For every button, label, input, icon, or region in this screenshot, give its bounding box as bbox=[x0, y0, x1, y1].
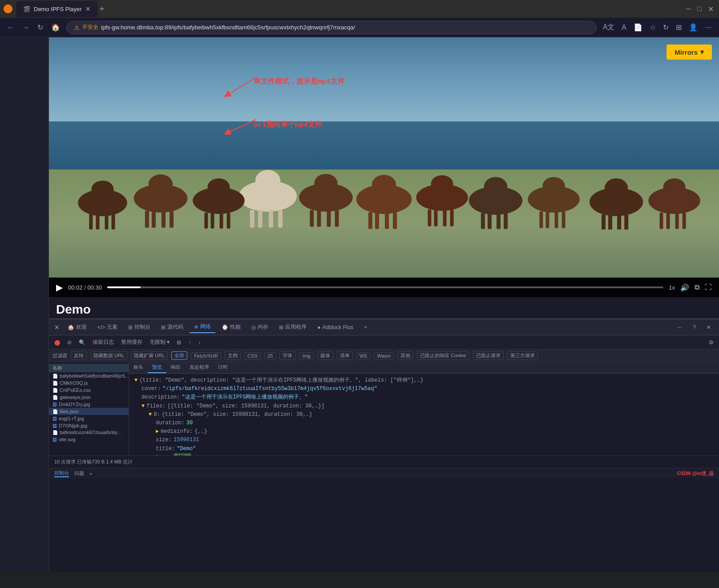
pip-icon[interactable]: ⧉ bbox=[695, 283, 699, 291]
filter-wasm[interactable]: Wasm bbox=[374, 352, 394, 359]
devtools-tab-sources[interactable]: ⊞ 源代码 bbox=[157, 322, 188, 333]
file-item[interactable]: 🖼 DmkDYZry.jpg bbox=[49, 401, 129, 408]
filter-blocked-request[interactable]: 已阻止请求 bbox=[473, 351, 504, 360]
clear-btn[interactable]: ⊘ bbox=[65, 338, 73, 346]
filter-all[interactable]: 全部 bbox=[171, 351, 187, 360]
devtools-tab-adblock[interactable]: ● Adblock Plus bbox=[313, 322, 358, 332]
devtools-close-btn[interactable]: ✕ bbox=[53, 324, 61, 331]
bookmark-icon[interactable]: ☆ bbox=[648, 21, 658, 33]
svg-rect-57 bbox=[617, 214, 621, 230]
panel-tab-preview[interactable]: 预览 bbox=[148, 362, 166, 373]
files-expand-icon[interactable]: ▼ bbox=[141, 402, 145, 411]
file-item[interactable]: 🖼 esgl1-rT.jpg bbox=[49, 415, 129, 422]
panel-tab-timing[interactable]: 计时 bbox=[214, 362, 232, 373]
import-btn[interactable]: ⊞ bbox=[175, 338, 183, 346]
filter-img[interactable]: Img bbox=[299, 352, 313, 359]
file-item[interactable]: 📄 CMkfrO9Q.js bbox=[49, 379, 129, 387]
filter-fetch-xhr[interactable]: Fetch/XHR bbox=[191, 352, 221, 359]
zero-expand-icon[interactable]: ▼ bbox=[149, 411, 152, 419]
download-btn[interactable]: ↓ bbox=[196, 338, 202, 346]
play-button[interactable]: ▶ bbox=[56, 282, 63, 293]
filter-blocked-cookie[interactable]: 已阻止的响应 Cookie bbox=[417, 351, 469, 360]
tab-close-btn[interactable]: ✕ bbox=[85, 5, 91, 12]
filter-hide-data-url[interactable]: 隐藏数据 URL bbox=[90, 351, 127, 360]
devtools-tab-console[interactable]: ⊞ 控制台 bbox=[124, 322, 155, 333]
filter-third-party[interactable]: 第三方请求 bbox=[507, 351, 538, 360]
volume-icon[interactable]: 🔊 bbox=[680, 283, 689, 292]
home-btn[interactable]: 🏠 bbox=[49, 21, 62, 33]
filter-bar: 过滤器 反转 隐藏数据 URL 隐藏扩展 URL 全部 Fetch/XHR 文档… bbox=[49, 350, 719, 362]
refresh-icon[interactable]: ↻ bbox=[661, 21, 671, 33]
filter-ws[interactable]: WS bbox=[356, 352, 371, 359]
bottom-tab-issues[interactable]: 问题 bbox=[74, 470, 84, 477]
record-btn[interactable]: ⬤ bbox=[53, 338, 62, 346]
profile-icon[interactable]: 👤 bbox=[687, 21, 699, 33]
devtools-tab-welcome[interactable]: 🏠 欢迎 bbox=[63, 322, 91, 333]
mirrors-dropdown-icon: ▾ bbox=[700, 48, 704, 56]
back-btn[interactable]: ← bbox=[5, 22, 16, 33]
video-progress-bar[interactable] bbox=[107, 286, 663, 288]
filter-btn[interactable]: 🔍 bbox=[77, 338, 87, 346]
file-item[interactable]: 🖼 vite.svg bbox=[49, 436, 129, 443]
minimize-btn[interactable]: ─ bbox=[684, 3, 693, 15]
maximize-btn[interactable]: □ bbox=[695, 3, 703, 15]
svg-rect-23 bbox=[204, 213, 208, 229]
svg-rect-3 bbox=[105, 214, 109, 230]
panel-tab-response[interactable]: 响应 bbox=[166, 362, 185, 373]
font-size-icon[interactable]: A bbox=[620, 22, 628, 33]
forward-btn[interactable]: → bbox=[20, 22, 31, 33]
file-item[interactable]: 📄 bafkreidcxizmk6l7ztuuaifsnby... bbox=[49, 429, 129, 436]
filter-other[interactable]: 其他 bbox=[397, 351, 413, 360]
filter-invert[interactable]: 反转 bbox=[71, 351, 87, 360]
devtools-tab-more[interactable]: + bbox=[360, 322, 372, 332]
reader-icon[interactable]: 📄 bbox=[632, 21, 644, 33]
filter-media[interactable]: 媒体 bbox=[317, 351, 333, 360]
devtools-help-btn[interactable]: ? bbox=[688, 322, 700, 332]
bottom-tab-add[interactable]: + bbox=[89, 471, 92, 476]
extensions-icon[interactable]: ⊞ bbox=[674, 21, 683, 33]
time-display: 00:02 / 00:30 bbox=[68, 284, 102, 291]
translate-icon[interactable]: A文 bbox=[601, 21, 617, 34]
preserve-log-btn[interactable]: 保留日志 bbox=[91, 338, 116, 347]
file-item-files-json[interactable]: 📄 files.json bbox=[49, 408, 129, 415]
panel-tab-initiator[interactable]: 发起程序 bbox=[185, 362, 214, 373]
file-item[interactable]: 📄 gateways.json bbox=[49, 394, 129, 401]
close-btn[interactable]: ✕ bbox=[706, 3, 715, 15]
settings-gear-btn[interactable]: ⚙ bbox=[707, 338, 715, 346]
fullscreen-icon[interactable]: ⛶ bbox=[705, 283, 712, 291]
active-tab[interactable]: 🎬 Demo IPFS Player ✕ bbox=[16, 1, 98, 17]
mediainfo-expand-icon[interactable]: ▶ bbox=[156, 427, 159, 436]
devtools-more-btn[interactable]: ⋯ bbox=[672, 322, 687, 332]
panel-tab-headers[interactable]: 标头 bbox=[129, 362, 148, 373]
reload-btn[interactable]: ↻ bbox=[36, 21, 45, 33]
filter-css[interactable]: CSS bbox=[244, 352, 261, 359]
speed-button[interactable]: 1x bbox=[669, 284, 675, 291]
devtools-tab-performance[interactable]: ⌚ 性能 bbox=[217, 322, 245, 333]
file-item[interactable]: 🖼 D7r0Njpb.jpg bbox=[49, 422, 129, 429]
mirrors-button[interactable]: Mirrors ▾ bbox=[666, 44, 712, 60]
filter-document[interactable]: 文档 bbox=[225, 351, 241, 360]
more-icon[interactable]: ⋯ bbox=[703, 21, 714, 33]
devtools-tab-network[interactable]: ≋ 网络 bbox=[190, 321, 215, 333]
svg-point-61 bbox=[663, 178, 686, 196]
expand-icon[interactable]: ▼ bbox=[134, 376, 137, 385]
bottom-tab-console[interactable]: 控制台 bbox=[54, 470, 69, 477]
filter-js[interactable]: JS bbox=[264, 352, 276, 359]
devtools-settings-btn[interactable]: ✕ bbox=[702, 322, 715, 332]
filter-font[interactable]: 字体 bbox=[279, 351, 295, 360]
address-input[interactable]: ⚠ 不安全 ipfs-gw.home.dlimba.top:89/ipfs/ba… bbox=[66, 21, 597, 34]
upload-btn[interactable]: ↑ bbox=[186, 338, 193, 346]
throttle-btn[interactable]: 无限制 ▾ bbox=[148, 338, 171, 347]
file-item[interactable]: 📄 bafybeibwh5xkfbsndltam66jc5... bbox=[49, 372, 129, 379]
devtools-panel: ✕ 🏠 欢迎 </> 元素 ⊞ 控制台 ⊞ 源代码 ≋ bbox=[49, 318, 719, 479]
disable-cache-btn[interactable]: 禁用缓存 bbox=[119, 338, 144, 347]
filter-hide-ext-url[interactable]: 隐藏扩展 URL bbox=[131, 351, 168, 360]
devtools-tab-memory[interactable]: ◎ 内存 bbox=[247, 322, 273, 333]
devtools-tab-elements[interactable]: </> 元素 bbox=[93, 322, 122, 333]
file-item[interactable]: 📄 CnIPxEEs.css bbox=[49, 387, 129, 394]
svg-rect-50 bbox=[545, 211, 549, 228]
devtools-tab-application[interactable]: ⊞ 应用程序 bbox=[275, 322, 311, 333]
status-text: 10 次请求 已传输739 B 1.4 MB 总计 bbox=[54, 459, 133, 465]
filter-manifest[interactable]: 清单 bbox=[337, 351, 353, 360]
new-tab-btn[interactable]: + bbox=[100, 4, 105, 14]
